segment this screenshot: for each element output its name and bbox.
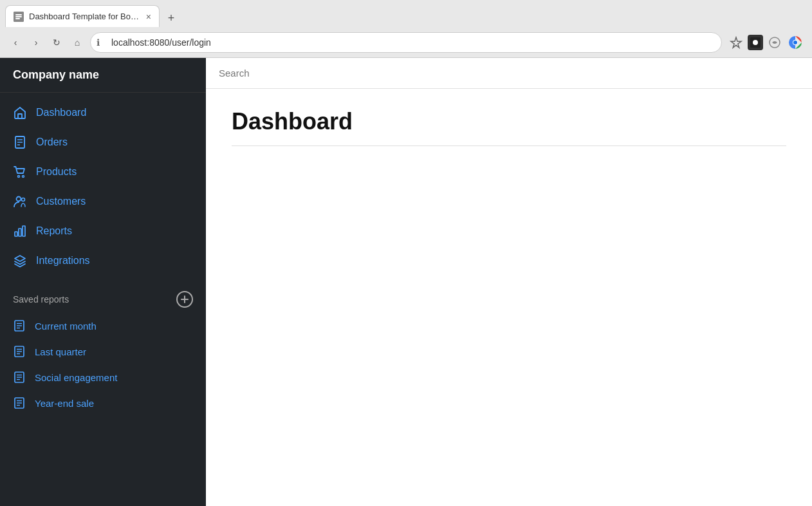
saved-item-last-quarter-label: Last quarter [35,346,86,357]
sidebar-nav: Dashboard Orders [0,93,206,281]
sidebar-item-dashboard[interactable]: Dashboard [0,98,206,127]
active-tab[interactable]: Dashboard Template for Bootstra... × [5,5,160,27]
sidebar: Company name Dashboard [0,58,206,506]
info-icon: ℹ [97,37,100,48]
people-icon [13,194,27,209]
address-input[interactable] [90,32,722,53]
sidebar-item-customers[interactable]: Customers [0,187,206,216]
saved-item-social-engagement[interactable]: Social engagement [0,364,206,390]
chrome-icon[interactable] [786,33,804,52]
tab-title: Dashboard Template for Bootstra... [29,12,141,21]
page-title: Dashboard [232,108,786,135]
cart-icon [13,165,27,179]
saved-item-last-quarter[interactable]: Last quarter [0,339,206,364]
svg-point-15 [18,176,20,178]
tab-bar: Dashboard Template for Bootstra... × + [0,0,812,27]
address-bar: ‹ › ↻ ⌂ ℹ [0,27,812,57]
sidebar-item-reports-label: Reports [36,225,72,237]
report-icon-current-month [13,319,26,332]
sidebar-item-products[interactable]: Products [0,157,206,187]
saved-item-social-engagement-label: Social engagement [35,372,117,383]
address-bar-inner: ℹ [90,32,722,53]
content-area: Dashboard [206,89,812,506]
forward-button[interactable]: › [28,35,44,50]
sidebar-item-orders-label: Orders [36,136,68,148]
tab-close-button[interactable]: × [146,12,151,22]
main-content: Dashboard [206,58,812,506]
report-icon-year-end-sale [13,397,26,409]
svg-rect-3 [15,18,20,19]
svg-point-16 [23,176,24,178]
sidebar-item-integrations[interactable]: Integrations [0,246,206,276]
sidebar-item-integrations-label: Integrations [36,255,90,267]
bookmark-icon[interactable] [727,33,745,52]
sidebar-item-products-label: Products [36,166,77,178]
address-actions [727,33,804,52]
saved-reports-label: Saved reports [13,294,69,305]
back-button[interactable]: ‹ [8,35,23,50]
new-tab-button[interactable]: + [162,9,180,27]
sidebar-item-reports[interactable]: Reports [0,216,206,246]
search-bar [206,58,812,89]
app: Company name Dashboard [0,58,812,506]
svg-point-5 [753,40,758,45]
sidebar-brand: Company name [0,58,206,93]
bar-chart-icon [13,224,27,238]
svg-point-18 [22,198,25,201]
svg-rect-20 [19,229,21,236]
saved-reports-section: Saved reports [0,281,206,313]
browser-chrome: Dashboard Template for Bootstra... × + ‹… [0,0,812,58]
svg-rect-10 [18,114,22,118]
file-icon [13,135,27,149]
search-input[interactable] [219,68,799,79]
svg-rect-21 [23,226,25,236]
sidebar-item-dashboard-label: Dashboard [36,107,86,118]
saved-item-year-end-sale-label: Year-end sale [35,398,94,409]
extension-icon[interactable] [748,35,763,50]
layers-icon [13,254,27,268]
title-divider [232,145,786,146]
saved-item-current-month-label: Current month [35,321,97,332]
refresh-button[interactable]: ↻ [49,35,64,50]
svg-rect-19 [15,232,17,236]
saved-item-year-end-sale[interactable]: Year-end sale [0,390,206,416]
sidebar-item-customers-label: Customers [36,196,86,207]
svg-point-9 [793,41,797,44]
extension2-icon[interactable] [766,33,784,52]
add-saved-report-button[interactable] [176,291,193,308]
tab-favicon [14,12,24,22]
svg-point-17 [17,197,21,201]
home-icon [13,106,27,120]
saved-reports-header: Saved reports [13,291,193,308]
sidebar-item-orders[interactable]: Orders [0,127,206,157]
home-button[interactable]: ⌂ [69,35,85,50]
report-icon-last-quarter [13,345,26,358]
svg-rect-2 [15,16,22,17]
report-icon-social-engagement [13,371,26,384]
saved-item-current-month[interactable]: Current month [0,313,206,339]
svg-rect-1 [15,14,22,15]
